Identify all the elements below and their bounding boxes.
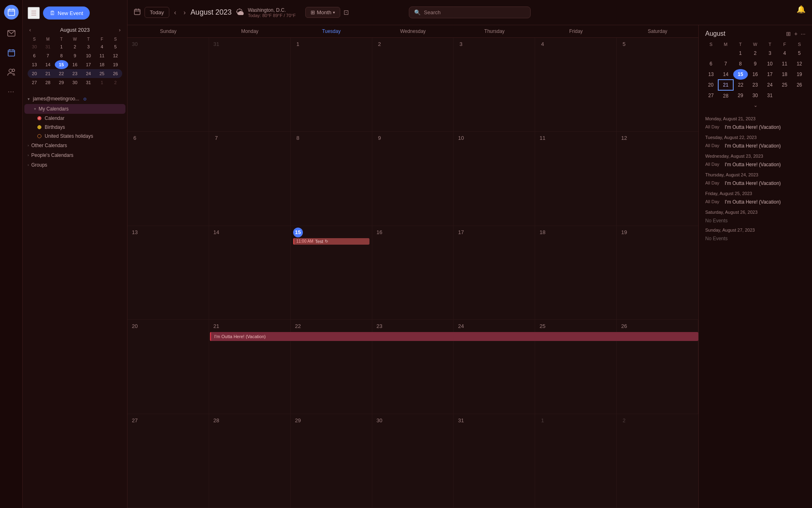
cell-aug-31b[interactable]: 31 xyxy=(454,414,535,508)
my-calendars-group[interactable]: ▾ My Calendars xyxy=(24,104,125,114)
new-event-button[interactable]: 🗓 New Event xyxy=(43,7,90,20)
month-view-button[interactable]: ⊞ Month ▾ xyxy=(305,7,340,18)
cell-aug-18[interactable]: 18 xyxy=(535,226,617,319)
event-date-aug22: Tuesday, August 22, 2023 xyxy=(704,132,807,141)
groups-chevron: › xyxy=(28,163,29,167)
right-panel-month-label: August xyxy=(705,30,726,37)
calendar-item-calendar[interactable]: Calendar xyxy=(23,114,127,123)
cell-aug-13[interactable]: 13 xyxy=(127,226,209,319)
account-label: james@meetingroo... xyxy=(33,96,79,102)
svg-point-10 xyxy=(12,69,15,72)
cell-aug-11[interactable]: 11 xyxy=(535,132,617,225)
calendar-item-label: Calendar xyxy=(45,115,65,121)
cell-aug-29[interactable]: 29 xyxy=(291,414,372,508)
groups-group[interactable]: › Groups xyxy=(23,160,127,170)
week-row-3: 13 14 15 11:00 AM Test ↻ 16 17 18 19 xyxy=(127,226,698,320)
cell-aug-17[interactable]: 17 xyxy=(454,226,535,319)
weather-temp: Today: 80°F 89°F / 70°F xyxy=(248,13,296,18)
cell-aug-15[interactable]: 15 11:00 AM Test ↻ xyxy=(291,226,372,319)
sidebar: ☰ 🗓 New Event ‹ August 2023 › S M T W T xyxy=(23,0,127,508)
header-saturday: Saturday xyxy=(617,25,698,37)
mini-cal-next[interactable]: › xyxy=(117,26,122,34)
cell-aug-30[interactable]: 30 xyxy=(127,38,209,131)
app-icon xyxy=(4,5,19,20)
cell-sep-1[interactable]: 1 xyxy=(291,38,372,131)
other-calendars-group[interactable]: › Other Calendars xyxy=(23,141,127,150)
weather-city: Washington, D.C. xyxy=(248,7,296,13)
event-item-aug21-allday[interactable]: All Day I'm Outta Here! (Vacation) xyxy=(704,123,807,132)
view-chevron-icon: ▾ xyxy=(333,10,335,15)
hamburger-button[interactable]: ☰ xyxy=(28,7,40,19)
header-friday: Friday xyxy=(535,25,617,37)
today-button[interactable]: Today xyxy=(145,7,169,18)
calendar-item-birthdays[interactable]: Birthdays xyxy=(23,123,127,132)
calendar-icon[interactable] xyxy=(6,47,17,59)
week-row-5: 27 28 29 30 31 1 2 xyxy=(127,414,698,508)
notification-button[interactable]: 🔔 xyxy=(797,5,806,14)
cell-aug-12[interactable]: 12 xyxy=(617,132,698,225)
cell-aug-28[interactable]: 28 xyxy=(209,414,291,508)
peoples-calendars-group[interactable]: › People's Calendars xyxy=(23,150,127,160)
cell-sep-5[interactable]: 5 xyxy=(617,38,698,131)
event-item-aug25-allday[interactable]: All Day I'm Outta Here! (Vacation) xyxy=(704,198,807,206)
calendar-header-row: Sunday Monday Tuesday Wednesday Thursday… xyxy=(127,25,698,38)
sidebar-account[interactable]: ▾ james@meetingroo... ⊙ xyxy=(23,93,127,104)
right-panel-add-button[interactable]: + xyxy=(794,30,797,37)
right-panel-header: August ⊞ + ··· xyxy=(699,25,812,41)
event-item-aug22-allday[interactable]: All Day I'm Outta Here! (Vacation) xyxy=(704,141,807,150)
cell-aug-8[interactable]: 8 xyxy=(291,132,372,225)
cell-aug-19[interactable]: 19 xyxy=(617,226,698,319)
event-date-aug25: Friday, August 25, 2023 xyxy=(704,188,807,198)
mini-cal-grid: S M T W T F S 30 31 1 2 3 xyxy=(28,36,122,87)
right-panel-more-button[interactable]: ··· xyxy=(801,30,806,37)
cell-aug-16[interactable]: 16 xyxy=(372,226,454,319)
cell-sep-4[interactable]: 4 xyxy=(535,38,617,131)
cell-sep-2b[interactable]: 2 xyxy=(617,414,698,508)
cell-sep-3[interactable]: 3 xyxy=(454,38,535,131)
my-calendars-label: My Calendars xyxy=(39,106,69,112)
cell-aug-20[interactable]: 20 xyxy=(127,320,209,413)
more-icon[interactable]: ··· xyxy=(6,86,17,98)
svg-rect-5 xyxy=(8,50,15,56)
calendar-item-us-holidays[interactable]: United States holidays xyxy=(23,132,127,141)
cell-aug-7[interactable]: 7 xyxy=(209,132,291,225)
cell-aug-27[interactable]: 27 xyxy=(127,414,209,508)
cell-aug-14[interactable]: 14 xyxy=(209,226,291,319)
event-item-aug23-allday[interactable]: All Day I'm Outta Here! (Vacation) xyxy=(704,160,807,169)
event-item-aug24-allday[interactable]: All Day I'm Outta Here! (Vacation) xyxy=(704,179,807,188)
vacation-bar[interactable]: I'm Outta Here! (Vacation) xyxy=(210,332,698,341)
weather-widget: 🌥 Washington, D.C. Today: 80°F 89°F / 70… xyxy=(236,7,296,18)
event-date-aug21: Monday, August 21, 2023 xyxy=(704,113,807,123)
mini-cal-prev[interactable]: ‹ xyxy=(28,26,32,34)
month-view-label: Month xyxy=(317,9,331,15)
cell-aug-6[interactable]: 6 xyxy=(127,132,209,225)
mail-icon[interactable] xyxy=(6,28,17,39)
month-view-icon: ⊞ xyxy=(311,9,315,15)
cell-aug-31[interactable]: 31 xyxy=(209,38,291,131)
search-bar[interactable]: 🔍 Search xyxy=(409,7,531,18)
prev-month-button[interactable]: ‹ xyxy=(172,7,179,18)
recurring-icon: ↻ xyxy=(325,239,328,243)
topbar-right: 🌥 Washington, D.C. Today: 80°F 89°F / 70… xyxy=(236,7,349,18)
cell-aug-9[interactable]: 9 xyxy=(372,132,454,225)
topbar: Today ‹ › August 2023 🔍 Search 🌥 Washing… xyxy=(127,0,812,25)
peoples-calendars-label: People's Calendars xyxy=(31,152,73,158)
groups-label: Groups xyxy=(31,162,47,168)
cell-aug-10[interactable]: 10 xyxy=(454,132,535,225)
icon-bar: ··· xyxy=(0,0,23,508)
right-panel-show-more[interactable]: ⌄ xyxy=(699,101,812,110)
cell-sep-1b[interactable]: 1 xyxy=(535,414,617,508)
cell-sep-2[interactable]: 2 xyxy=(372,38,454,131)
right-panel-grid-button[interactable]: ⊞ xyxy=(786,30,791,37)
birthdays-item-label: Birthdays xyxy=(45,124,65,130)
mini-calendar: ‹ August 2023 › S M T W T F S xyxy=(23,24,127,92)
event-test[interactable]: 11:00 AM Test ↻ xyxy=(293,238,369,245)
header-tuesday: Tuesday xyxy=(291,25,372,37)
next-month-button[interactable]: › xyxy=(181,7,188,18)
people-icon[interactable] xyxy=(6,67,17,78)
cell-aug-30b[interactable]: 30 xyxy=(372,414,454,508)
event-title: Test xyxy=(315,239,323,244)
layout-icon-button[interactable]: ⊡ xyxy=(343,9,349,16)
calendar-main: Sunday Monday Tuesday Wednesday Thursday… xyxy=(127,25,698,508)
other-calendars-chevron: › xyxy=(28,143,29,148)
